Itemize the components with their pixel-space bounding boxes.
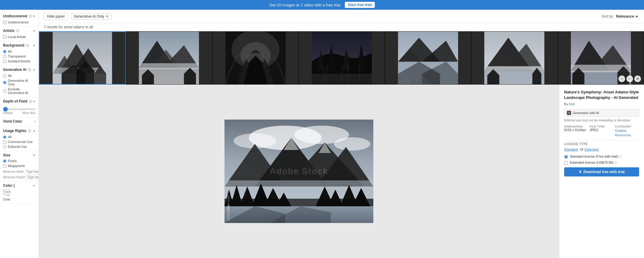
hide-panel-button[interactable]: Hide panel xyxy=(44,13,68,20)
sidebar-option-bg-isolated[interactable]: Isolated Assets xyxy=(3,59,36,64)
sidebar-option-gen-only[interactable]: Generative AI Only xyxy=(3,78,36,87)
sidebar-section-header-size[interactable]: Size ▼ xyxy=(3,153,36,157)
download-button[interactable]: ⬇ Download free with trial xyxy=(564,167,639,176)
file-type-label: FILE TYPE xyxy=(590,125,614,128)
radio-bg-transparent[interactable] xyxy=(3,55,6,58)
info-icon-generative-ai: ⓘ xyxy=(28,68,31,71)
radio-bg-all[interactable] xyxy=(3,50,6,53)
radio-ur-commercial[interactable] xyxy=(3,140,6,144)
strip-image-3[interactable] xyxy=(212,31,299,85)
checkbox-local-artists[interactable] xyxy=(3,35,6,39)
sidebar-option-bg-all[interactable]: All xyxy=(3,49,36,54)
results-text-suffix: in xyxy=(85,25,89,29)
image-title: Nature's Symphony: Ansel Adams-Style Lan… xyxy=(564,89,639,100)
sidebar-section-background: Background ⓘ ▼ All Transparent Isolated … xyxy=(0,41,39,66)
sort-dropdown[interactable]: Relevance xyxy=(615,14,639,19)
min-height-input[interactable] xyxy=(26,175,39,180)
info-icon-artists: ⓘ xyxy=(16,29,19,33)
adobe-stock-vertical-label: Adobe Stock xyxy=(227,195,230,211)
top-bar-left: Hide panel Generative AI Only ✕ xyxy=(44,13,111,20)
radio-pixels[interactable] xyxy=(3,159,6,163)
sidebar-option-label: All xyxy=(8,135,12,139)
license-option-extended[interactable]: Extended license (US$79.99) ⓘ xyxy=(564,161,639,165)
sidebar-section-label-artists: Artists ⓘ xyxy=(3,29,19,33)
sidebar-option-pixels[interactable]: Pixels xyxy=(3,159,36,163)
sidebar-option-ur-commercial[interactable]: Commercial Use xyxy=(3,139,36,144)
category-link[interactable]: Graphic Resources xyxy=(615,129,631,137)
top-bar: Hide panel Generative AI Only ✕ Sort by … xyxy=(39,10,644,23)
info-icon-extended-license: ⓘ xyxy=(614,161,617,164)
sidebar-option-label: Generative AI Only xyxy=(8,79,36,86)
sidebar-section-label-vivid-color: Vivid Color xyxy=(3,119,22,124)
chevron-depth: ▼ xyxy=(33,100,36,103)
radio-gen-only[interactable] xyxy=(3,81,6,84)
strip-image-4[interactable] xyxy=(299,31,385,85)
color-clear-button[interactable]: Clear xyxy=(3,198,10,201)
sidebar-option-gen-all[interactable]: All xyxy=(3,73,36,78)
sidebar-option-ur-all[interactable]: All xyxy=(3,134,36,139)
filter-chip-remove-icon[interactable]: ✕ xyxy=(106,14,109,19)
radio-license-standard[interactable] xyxy=(564,155,568,159)
strip-next-button[interactable]: › xyxy=(626,75,633,82)
strip-image-2[interactable] xyxy=(126,31,212,85)
svg-point-52 xyxy=(334,137,370,151)
radio-bg-isolated[interactable] xyxy=(3,60,6,63)
strip-prev-button[interactable]: ‹ xyxy=(618,75,625,82)
chevron-background: ▼ xyxy=(33,44,36,47)
license-extended-link[interactable]: Extended xyxy=(584,148,598,151)
color-swatch[interactable]: none ✕ xyxy=(3,189,10,196)
sidebar-option-gen-exclude[interactable]: Exclude Generative AI xyxy=(3,87,36,95)
sidebar-option-label: Pixels xyxy=(8,159,17,163)
sidebar-option-label: Undiscovered xyxy=(8,20,28,24)
top-banner: Get 10 images or 1 video with a free tri… xyxy=(0,0,644,10)
sidebar-option-undiscovered[interactable]: Undiscovered xyxy=(3,20,36,25)
license-standard-link[interactable]: Standard xyxy=(564,148,578,151)
sidebar-option-label: All xyxy=(8,50,12,53)
sidebar-section-header-undiscovered[interactable]: Undiscovered ⓘ ▼ xyxy=(3,14,36,19)
min-width-input[interactable] xyxy=(25,169,39,174)
sidebar-option-ur-editorial[interactable]: Editorial Use xyxy=(3,144,36,149)
divider-1 xyxy=(564,140,639,141)
sidebar-section-header-background[interactable]: Background ⓘ ▼ xyxy=(3,43,36,48)
ai-generated-badge: ✦ Generated with AI xyxy=(564,109,639,117)
sidebar-section-header-vivid-color[interactable]: Vivid Color ‹ xyxy=(3,119,36,124)
info-icon-depth: ⓘ xyxy=(29,100,32,103)
sidebar-section-header-depth[interactable]: Depth of Field ⓘ ▼ xyxy=(3,99,36,104)
sidebar-section-header-color[interactable]: Color ( ▼ xyxy=(3,183,36,188)
sidebar-option-label: All xyxy=(8,74,12,78)
license-type-label: LICENSE TYPE xyxy=(564,142,639,146)
strip-image-1[interactable] xyxy=(39,31,126,85)
ai-badge-label: Generated with AI xyxy=(573,111,599,115)
image-strip: ‹ › ✕ xyxy=(39,31,644,85)
radio-license-extended[interactable] xyxy=(564,161,568,165)
chevron-usage-rights: ▼ xyxy=(33,129,36,133)
sidebar-section-usage-rights: Usage Rights ⓘ ▼ All Commercial Use Edit… xyxy=(0,127,39,151)
sidebar-option-label: Exclude Generative AI xyxy=(8,87,36,95)
sidebar: Undiscovered ⓘ ▼ Undiscovered Artists ⓘ … xyxy=(0,10,39,258)
sidebar-option-megapixels[interactable]: Megapixels xyxy=(3,163,36,168)
sidebar-option-local-artists[interactable]: Local Artists xyxy=(3,34,36,39)
strip-image-5[interactable] xyxy=(385,31,471,85)
radio-gen-all[interactable] xyxy=(3,74,6,78)
sidebar-section-label-undiscovered: Undiscovered ⓘ xyxy=(3,14,32,19)
start-free-trial-button[interactable]: Start free trial xyxy=(345,2,375,8)
sidebar-section-header-generative-ai[interactable]: Generative AI ⓘ ▼ xyxy=(3,68,36,72)
radio-gen-exclude[interactable] xyxy=(3,89,6,93)
license-option-standard[interactable]: Standard license (Free with trial) ⓘ xyxy=(564,155,639,159)
radio-megapixels[interactable] xyxy=(3,164,6,168)
license-links: Standard or Extended xyxy=(564,147,639,152)
radio-ur-editorial[interactable] xyxy=(3,145,6,148)
radio-ur-all[interactable] xyxy=(3,135,6,139)
depth-slider[interactable] xyxy=(3,109,36,110)
download-icon: ⬇ xyxy=(579,170,582,174)
sidebar-option-label: Isolated Assets xyxy=(8,59,30,63)
info-icon-undiscovered: ⓘ xyxy=(29,15,32,18)
banner-text: Get 10 images or 1 video with a free tri… xyxy=(269,3,341,7)
checkbox-undiscovered[interactable] xyxy=(3,21,6,24)
strip-close-button[interactable]: ✕ xyxy=(634,75,641,82)
sidebar-option-bg-transparent[interactable]: Transparent xyxy=(3,54,36,59)
sidebar-section-header-artists[interactable]: Artists ⓘ ▼ xyxy=(3,29,36,33)
strip-image-6[interactable] xyxy=(471,31,557,85)
author-link[interactable]: fretr xyxy=(569,102,575,106)
sidebar-section-header-usage-rights[interactable]: Usage Rights ⓘ ▼ xyxy=(3,129,36,133)
